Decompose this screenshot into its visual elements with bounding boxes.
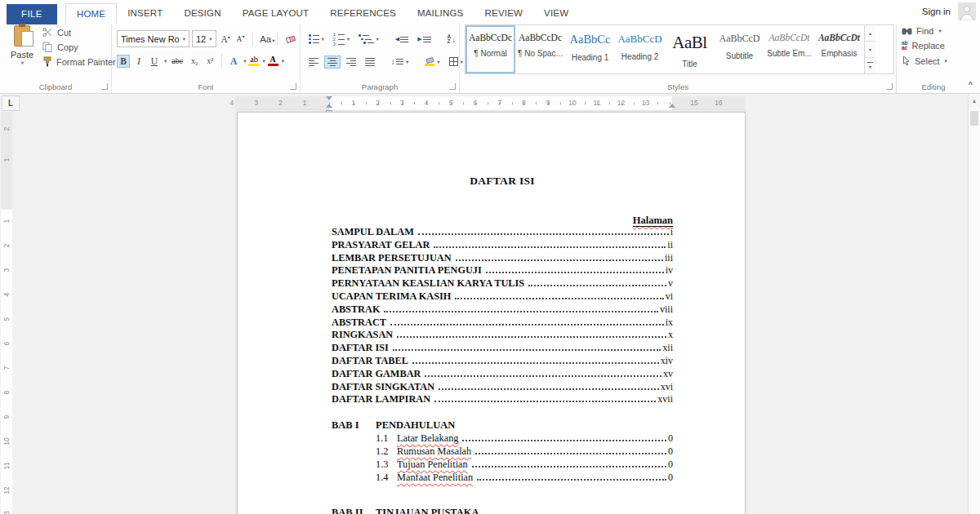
grow-font-button[interactable]: A▴ xyxy=(219,32,232,46)
ruler-number: 6 xyxy=(473,99,477,107)
editing-group-label: Editing xyxy=(897,82,970,91)
tab-review[interactable]: REVIEW xyxy=(474,3,534,24)
style-card-title[interactable]: AaBlTitle xyxy=(665,25,715,73)
paragraph-dialog-launcher[interactable] xyxy=(449,83,456,90)
chapter-code: BAB II xyxy=(332,507,376,514)
tab-file[interactable]: FILE xyxy=(7,4,57,24)
borders-grid-icon xyxy=(449,57,458,66)
multilevel-list-icon xyxy=(359,34,374,44)
tab-home[interactable]: HOME xyxy=(65,3,117,24)
change-case-button[interactable]: Aa▾ xyxy=(257,33,272,46)
style-card-emphasis[interactable]: AaBbCcDtEmphasis xyxy=(814,25,864,73)
line-spacing-button[interactable]: ↕▾ xyxy=(388,55,412,69)
styles-scroll-down-button[interactable]: ▾ xyxy=(865,42,875,58)
numbering-button[interactable]: 123▾ xyxy=(330,30,353,48)
shading-button[interactable]: ▾ xyxy=(421,55,443,69)
font-size-select[interactable]: 12 ▾ xyxy=(192,30,216,47)
sign-in-link[interactable]: Sign in xyxy=(922,7,951,16)
right-indent-marker[interactable] xyxy=(669,104,675,108)
tab-design[interactable]: DESIGN xyxy=(173,3,231,24)
tab-references[interactable]: REFERENCES xyxy=(319,3,407,24)
ruler-number: 16 xyxy=(715,99,722,107)
document-page[interactable]: DAFTAR ISI Halaman SAMPUL DALAM i PRASYA… xyxy=(237,112,746,514)
highlight-dropdown-arrow[interactable]: ▾ xyxy=(262,58,265,64)
font-dialog-launcher[interactable] xyxy=(290,83,296,90)
cut-button[interactable]: Cut xyxy=(42,27,116,38)
multilevel-list-button[interactable]: ▾ xyxy=(355,32,382,47)
underline-dropdown-arrow[interactable]: ▾ xyxy=(164,58,167,64)
subscript-button[interactable]: x₂ xyxy=(188,55,201,67)
text-effects-dropdown-arrow[interactable]: ▾ xyxy=(243,58,246,64)
style-card-heading-1[interactable]: AaBbCcHeading 1 xyxy=(565,25,615,73)
horizontal-ruler[interactable]: 4321123456789101112131516 xyxy=(235,96,746,110)
numbering-icon: 123 xyxy=(333,33,345,46)
font-color-dropdown-arrow[interactable]: ▾ xyxy=(282,58,284,64)
copy-button[interactable]: Copy xyxy=(42,42,116,52)
strikethrough-button[interactable]: abc xyxy=(169,55,185,67)
styles-more-button[interactable]: ▾ xyxy=(865,58,875,73)
font-color-button[interactable]: A xyxy=(268,55,278,67)
style-card-heading-2[interactable]: AaBbCcDHeading 2 xyxy=(615,25,665,73)
superscript-button[interactable]: x² xyxy=(203,55,216,67)
toc-entry: LEMBAR PERSETUJUAN iii xyxy=(332,252,673,265)
align-center-button[interactable] xyxy=(324,55,341,69)
styles-scroll-up-button[interactable]: ▴ xyxy=(865,25,875,42)
dot-leader xyxy=(439,388,659,390)
ruler-number: 7 xyxy=(497,99,501,107)
scroll-up-arrow[interactable]: ▲ xyxy=(969,94,980,108)
first-line-indent-marker[interactable] xyxy=(326,96,332,100)
scrollbar-thumb[interactable] xyxy=(970,111,978,126)
style-card-subtle-em[interactable]: AaBbCcDtSubtle Em... xyxy=(764,25,814,73)
tab-page-layout[interactable]: PAGE LAYOUT xyxy=(232,3,320,24)
dot-leader xyxy=(456,259,663,261)
eraser-icon xyxy=(285,34,297,44)
styles-dialog-launcher[interactable] xyxy=(886,83,893,90)
underline-button[interactable]: U xyxy=(148,55,161,68)
toc-entry-page: xv xyxy=(663,368,673,380)
tab-view[interactable]: VIEW xyxy=(533,3,579,24)
text-effects-button[interactable]: A xyxy=(227,55,240,68)
find-button[interactable]: Find▾ xyxy=(902,26,947,36)
font-family-select[interactable]: Times New Ro ▾ xyxy=(117,30,189,47)
select-label: Select xyxy=(915,56,940,66)
format-painter-button[interactable]: Format Painter xyxy=(42,56,116,67)
user-avatar-icon[interactable] xyxy=(958,2,976,20)
vertical-ruler[interactable]: 2112345678910111213 xyxy=(1,112,12,514)
select-button[interactable]: Select▾ xyxy=(902,55,947,66)
toc-entry-label: PENETAPAN PANITIA PENGUJI xyxy=(332,264,482,277)
replace-button[interactable]: abac Replace xyxy=(902,41,947,51)
toc-front-list: SAMPUL DALAM i PRASYARAT GELAR ii LEMBAR… xyxy=(332,226,673,406)
italic-button[interactable]: I xyxy=(132,55,145,68)
toc-entry: DAFTAR ISI xii xyxy=(332,342,673,355)
style-label: Heading 1 xyxy=(565,53,615,62)
style-card-subtitle[interactable]: AaBbCcDSubtitle xyxy=(715,25,764,73)
paste-dropdown-arrow[interactable]: ▾ xyxy=(21,60,24,66)
highlight-button[interactable]: ab xyxy=(248,55,259,67)
tab-stop-selector[interactable]: L xyxy=(2,95,20,111)
bold-button[interactable]: B xyxy=(117,55,130,68)
increase-indent-button[interactable]: ▶ xyxy=(414,33,434,45)
shrink-font-button[interactable]: A▾ xyxy=(234,32,247,45)
dot-leader xyxy=(434,401,656,402)
toc-entry: PENETAPAN PANITIA PENGUJI iv xyxy=(332,264,673,277)
bullets-button[interactable]: ▾ xyxy=(305,32,327,47)
sub-entry-page: 0 xyxy=(668,432,673,445)
tab-insert[interactable]: INSERT xyxy=(117,3,173,24)
ruler-number: 1 xyxy=(2,215,11,227)
paste-button[interactable]: Paste ▾ xyxy=(7,25,38,66)
align-right-button[interactable] xyxy=(343,55,359,69)
clear-formatting-button[interactable] xyxy=(283,33,296,46)
clipboard-dialog-launcher[interactable] xyxy=(101,83,108,90)
collapse-ribbon-button[interactable]: ^ xyxy=(969,80,973,88)
style-card-no-spac[interactable]: AaBbCcDc¶ No Spac... xyxy=(515,25,565,73)
sort-button[interactable]: AZ↓ xyxy=(444,32,460,47)
vertical-scrollbar[interactable]: ▲ xyxy=(968,94,980,514)
decrease-indent-button[interactable]: ◀ xyxy=(392,33,412,45)
style-card-normal[interactable]: AaBbCcDc¶ Normal xyxy=(466,25,515,73)
ruler-number: 12 xyxy=(2,485,11,496)
toc-entry-label: ABSTRAK xyxy=(332,304,380,316)
justify-button[interactable] xyxy=(362,55,378,69)
tab-mailings[interactable]: MAILINGS xyxy=(407,3,474,24)
hanging-indent-marker[interactable] xyxy=(326,104,332,108)
align-left-button[interactable] xyxy=(305,55,322,69)
